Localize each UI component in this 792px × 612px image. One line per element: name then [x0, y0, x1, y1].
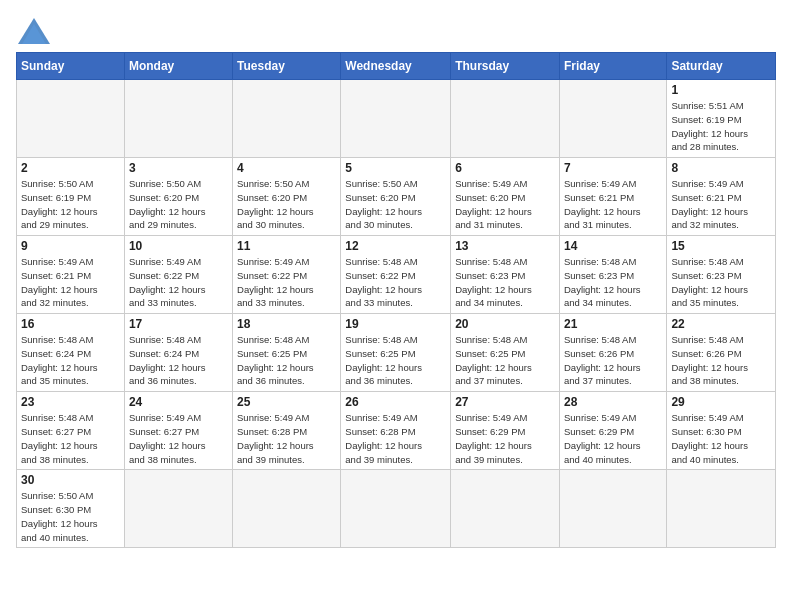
day-number: 7: [564, 161, 662, 175]
header-tuesday: Tuesday: [233, 53, 341, 80]
calendar-cell: 27Sunrise: 5:49 AMSunset: 6:29 PMDayligh…: [451, 392, 560, 470]
day-info: Sunrise: 5:48 AMSunset: 6:23 PMDaylight:…: [671, 255, 771, 310]
calendar-cell: 24Sunrise: 5:49 AMSunset: 6:27 PMDayligh…: [124, 392, 232, 470]
header-thursday: Thursday: [451, 53, 560, 80]
day-info: Sunrise: 5:48 AMSunset: 6:24 PMDaylight:…: [129, 333, 228, 388]
day-number: 10: [129, 239, 228, 253]
day-number: 15: [671, 239, 771, 253]
day-number: 21: [564, 317, 662, 331]
header-sunday: Sunday: [17, 53, 125, 80]
day-info: Sunrise: 5:48 AMSunset: 6:25 PMDaylight:…: [237, 333, 336, 388]
calendar-cell: 23Sunrise: 5:48 AMSunset: 6:27 PMDayligh…: [17, 392, 125, 470]
calendar-cell: 14Sunrise: 5:48 AMSunset: 6:23 PMDayligh…: [559, 236, 666, 314]
day-number: 3: [129, 161, 228, 175]
day-number: 29: [671, 395, 771, 409]
calendar-cell: [341, 470, 451, 548]
header-wednesday: Wednesday: [341, 53, 451, 80]
day-number: 4: [237, 161, 336, 175]
day-number: 16: [21, 317, 120, 331]
day-number: 13: [455, 239, 555, 253]
calendar-cell: 20Sunrise: 5:48 AMSunset: 6:25 PMDayligh…: [451, 314, 560, 392]
calendar-cell: 16Sunrise: 5:48 AMSunset: 6:24 PMDayligh…: [17, 314, 125, 392]
header-friday: Friday: [559, 53, 666, 80]
day-info: Sunrise: 5:50 AMSunset: 6:20 PMDaylight:…: [129, 177, 228, 232]
calendar-cell: 11Sunrise: 5:49 AMSunset: 6:22 PMDayligh…: [233, 236, 341, 314]
calendar-cell: 22Sunrise: 5:48 AMSunset: 6:26 PMDayligh…: [667, 314, 776, 392]
calendar-cell: 5Sunrise: 5:50 AMSunset: 6:20 PMDaylight…: [341, 158, 451, 236]
day-info: Sunrise: 5:49 AMSunset: 6:30 PMDaylight:…: [671, 411, 771, 466]
day-info: Sunrise: 5:49 AMSunset: 6:22 PMDaylight:…: [129, 255, 228, 310]
calendar-cell: 18Sunrise: 5:48 AMSunset: 6:25 PMDayligh…: [233, 314, 341, 392]
calendar-cell: 10Sunrise: 5:49 AMSunset: 6:22 PMDayligh…: [124, 236, 232, 314]
calendar-cell: 8Sunrise: 5:49 AMSunset: 6:21 PMDaylight…: [667, 158, 776, 236]
day-info: Sunrise: 5:48 AMSunset: 6:27 PMDaylight:…: [21, 411, 120, 466]
calendar-cell: 1Sunrise: 5:51 AMSunset: 6:19 PMDaylight…: [667, 80, 776, 158]
calendar-cell: 3Sunrise: 5:50 AMSunset: 6:20 PMDaylight…: [124, 158, 232, 236]
calendar-week-3: 9Sunrise: 5:49 AMSunset: 6:21 PMDaylight…: [17, 236, 776, 314]
header-monday: Monday: [124, 53, 232, 80]
day-number: 27: [455, 395, 555, 409]
calendar-cell: 15Sunrise: 5:48 AMSunset: 6:23 PMDayligh…: [667, 236, 776, 314]
day-number: 30: [21, 473, 120, 487]
day-info: Sunrise: 5:49 AMSunset: 6:21 PMDaylight:…: [671, 177, 771, 232]
calendar-cell: [341, 80, 451, 158]
day-number: 12: [345, 239, 446, 253]
calendar-cell: 17Sunrise: 5:48 AMSunset: 6:24 PMDayligh…: [124, 314, 232, 392]
calendar-cell: 28Sunrise: 5:49 AMSunset: 6:29 PMDayligh…: [559, 392, 666, 470]
day-number: 26: [345, 395, 446, 409]
calendar-cell: 13Sunrise: 5:48 AMSunset: 6:23 PMDayligh…: [451, 236, 560, 314]
calendar-cell: 4Sunrise: 5:50 AMSunset: 6:20 PMDaylight…: [233, 158, 341, 236]
calendar-cell: [124, 80, 232, 158]
calendar-week-4: 16Sunrise: 5:48 AMSunset: 6:24 PMDayligh…: [17, 314, 776, 392]
day-info: Sunrise: 5:48 AMSunset: 6:26 PMDaylight:…: [564, 333, 662, 388]
day-info: Sunrise: 5:48 AMSunset: 6:25 PMDaylight:…: [455, 333, 555, 388]
calendar-cell: 26Sunrise: 5:49 AMSunset: 6:28 PMDayligh…: [341, 392, 451, 470]
day-info: Sunrise: 5:51 AMSunset: 6:19 PMDaylight:…: [671, 99, 771, 154]
calendar-cell: 12Sunrise: 5:48 AMSunset: 6:22 PMDayligh…: [341, 236, 451, 314]
calendar-cell: 21Sunrise: 5:48 AMSunset: 6:26 PMDayligh…: [559, 314, 666, 392]
day-info: Sunrise: 5:49 AMSunset: 6:28 PMDaylight:…: [345, 411, 446, 466]
day-info: Sunrise: 5:49 AMSunset: 6:21 PMDaylight:…: [21, 255, 120, 310]
day-number: 5: [345, 161, 446, 175]
calendar-cell: 19Sunrise: 5:48 AMSunset: 6:25 PMDayligh…: [341, 314, 451, 392]
day-info: Sunrise: 5:49 AMSunset: 6:22 PMDaylight:…: [237, 255, 336, 310]
day-info: Sunrise: 5:49 AMSunset: 6:29 PMDaylight:…: [455, 411, 555, 466]
header-saturday: Saturday: [667, 53, 776, 80]
logo: [16, 16, 56, 46]
logo-icon: [16, 16, 52, 46]
day-number: 2: [21, 161, 120, 175]
day-number: 25: [237, 395, 336, 409]
day-number: 20: [455, 317, 555, 331]
calendar-cell: [233, 80, 341, 158]
day-info: Sunrise: 5:49 AMSunset: 6:20 PMDaylight:…: [455, 177, 555, 232]
calendar-cell: [124, 470, 232, 548]
calendar-week-2: 2Sunrise: 5:50 AMSunset: 6:19 PMDaylight…: [17, 158, 776, 236]
day-info: Sunrise: 5:48 AMSunset: 6:23 PMDaylight:…: [564, 255, 662, 310]
day-info: Sunrise: 5:48 AMSunset: 6:22 PMDaylight:…: [345, 255, 446, 310]
calendar-week-5: 23Sunrise: 5:48 AMSunset: 6:27 PMDayligh…: [17, 392, 776, 470]
day-info: Sunrise: 5:49 AMSunset: 6:28 PMDaylight:…: [237, 411, 336, 466]
calendar-cell: 29Sunrise: 5:49 AMSunset: 6:30 PMDayligh…: [667, 392, 776, 470]
day-info: Sunrise: 5:48 AMSunset: 6:23 PMDaylight:…: [455, 255, 555, 310]
day-info: Sunrise: 5:50 AMSunset: 6:20 PMDaylight:…: [237, 177, 336, 232]
calendar-week-1: 1Sunrise: 5:51 AMSunset: 6:19 PMDaylight…: [17, 80, 776, 158]
calendar-cell: 2Sunrise: 5:50 AMSunset: 6:19 PMDaylight…: [17, 158, 125, 236]
day-info: Sunrise: 5:50 AMSunset: 6:19 PMDaylight:…: [21, 177, 120, 232]
day-number: 22: [671, 317, 771, 331]
calendar: SundayMondayTuesdayWednesdayThursdayFrid…: [16, 52, 776, 548]
day-info: Sunrise: 5:48 AMSunset: 6:26 PMDaylight:…: [671, 333, 771, 388]
day-info: Sunrise: 5:50 AMSunset: 6:20 PMDaylight:…: [345, 177, 446, 232]
calendar-cell: 30Sunrise: 5:50 AMSunset: 6:30 PMDayligh…: [17, 470, 125, 548]
calendar-cell: [559, 470, 666, 548]
day-number: 19: [345, 317, 446, 331]
day-number: 8: [671, 161, 771, 175]
day-number: 23: [21, 395, 120, 409]
header: [16, 16, 776, 46]
calendar-cell: [451, 470, 560, 548]
day-number: 1: [671, 83, 771, 97]
calendar-cell: 9Sunrise: 5:49 AMSunset: 6:21 PMDaylight…: [17, 236, 125, 314]
calendar-cell: [559, 80, 666, 158]
calendar-cell: [233, 470, 341, 548]
calendar-cell: 6Sunrise: 5:49 AMSunset: 6:20 PMDaylight…: [451, 158, 560, 236]
day-info: Sunrise: 5:50 AMSunset: 6:30 PMDaylight:…: [21, 489, 120, 544]
